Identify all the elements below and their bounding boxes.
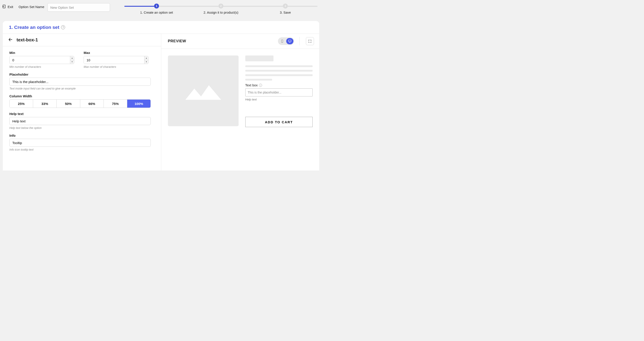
max-step-up[interactable]: ▲ [144, 56, 148, 60]
colwidth-75[interactable]: 75% [104, 100, 127, 108]
preview-help-text: Help text [245, 98, 313, 101]
min-step-down[interactable]: ▼ [70, 60, 74, 64]
preview-text-input[interactable] [245, 88, 313, 96]
skeleton-title [245, 56, 274, 61]
option-set-name-input[interactable] [48, 3, 110, 12]
colwidth-66[interactable]: 66% [80, 100, 104, 108]
placeholder-hint: Text inside input field can be used to g… [10, 87, 154, 90]
min-label: Min [10, 51, 74, 55]
preview-title: PREVIEW [168, 39, 274, 44]
skeleton-line [245, 79, 272, 81]
step-2-circle[interactable]: 2 [218, 4, 224, 9]
skeleton-line [245, 70, 313, 72]
help-text-label: Help text [10, 112, 154, 116]
max-step-down[interactable]: ▼ [144, 60, 148, 64]
info-input[interactable] [10, 139, 151, 147]
placeholder-input[interactable] [10, 78, 151, 86]
min-step-up[interactable]: ▲ [70, 56, 74, 60]
max-input[interactable] [84, 56, 144, 64]
section-title: 1. Create an option set [9, 25, 59, 30]
min-hint: Min number of characters [10, 65, 74, 69]
step-1-label: 1. Create an option set [140, 11, 173, 14]
product-image-placeholder [168, 56, 238, 126]
max-label: Max [84, 51, 148, 55]
placeholder-label: Placeholder [10, 73, 154, 76]
add-to-cart-button[interactable]: ADD TO CART [245, 117, 313, 127]
colwidth-50[interactable]: 50% [56, 100, 80, 108]
svg-rect-3 [288, 40, 291, 42]
min-input[interactable] [10, 56, 70, 64]
back-arrow-icon[interactable] [8, 37, 13, 43]
colwidth-100[interactable]: 100% [127, 100, 150, 108]
help-text-hint: Help text below the option [10, 126, 154, 130]
skeleton-line [245, 74, 313, 76]
help-text-input[interactable] [10, 117, 151, 125]
exit-icon [2, 5, 6, 9]
exit-button[interactable]: Exit [2, 2, 13, 9]
fullscreen-button[interactable] [306, 37, 314, 45]
device-toggle [278, 37, 294, 45]
max-hint: Max number of characters [84, 65, 148, 69]
device-mobile-button[interactable] [278, 38, 286, 44]
preview-option-label: Text box [245, 83, 258, 87]
column-width-label: Column Width [10, 94, 154, 98]
device-desktop-button[interactable] [286, 38, 294, 44]
step-2-label: 2. Assign it to product(s) [204, 11, 238, 14]
info-label: Info [10, 134, 154, 137]
option-field-title: text-box-1 [16, 37, 38, 43]
colwidth-25[interactable]: 25% [10, 100, 33, 108]
step-3-label: 3. Save [280, 11, 291, 14]
step-3-circle[interactable]: 3 [283, 4, 288, 9]
wizard-stepper: 1 1. Create an option set 2 2. Assign it… [124, 4, 318, 14]
info-hint: Info icon tooltip text [10, 148, 154, 151]
colwidth-33[interactable]: 33% [33, 100, 56, 108]
skeleton-line [245, 65, 313, 67]
column-width-segmented: 25% 33% 50% 66% 75% 100% [10, 99, 151, 108]
exit-label: Exit [8, 5, 13, 9]
info-icon[interactable]: i [259, 84, 262, 87]
help-icon[interactable]: ? [61, 25, 65, 29]
step-1-circle[interactable]: 1 [154, 4, 159, 9]
option-set-name-label: Option Set Name [18, 2, 44, 9]
